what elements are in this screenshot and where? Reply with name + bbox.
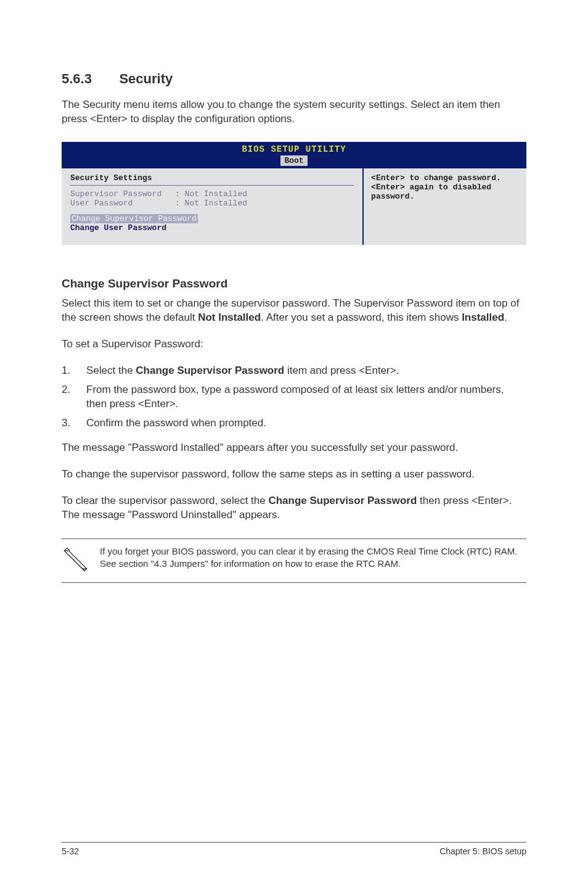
bios-window: BIOS SETUP UTILITY Boot Security Setting… — [62, 142, 526, 245]
bios-section-title: Security Settings — [70, 173, 354, 183]
bios-help-line2: <Enter> again to disabled password. — [371, 183, 519, 201]
step-1: 1. Select the Change Supervisor Password… — [62, 364, 526, 378]
bios-curve-decoration — [62, 265, 526, 271]
step-3: 3. Confirm the password when prompted. — [62, 416, 526, 431]
paragraph-3: The message "Password Installed" appears… — [62, 441, 526, 455]
bold-text: Not Installed — [198, 311, 261, 323]
svg-line-0 — [68, 555, 84, 570]
step-2: 2. From the password box, type a passwor… — [62, 383, 526, 411]
text: Select the — [86, 365, 136, 376]
bios-change-user: Change User Password — [70, 223, 354, 233]
bios-divider — [70, 185, 354, 186]
bios-help-line1: <Enter> to change password. — [371, 173, 519, 183]
page-number: 5-32 — [62, 846, 79, 856]
step-number: 2. — [62, 383, 86, 411]
bold-text: Change Supervisor Password — [268, 495, 417, 506]
text: . After you set a password, this item sh… — [261, 311, 462, 323]
bios-selected-item: Change Supervisor Password — [70, 214, 198, 223]
bios-left-panel: Security Settings Supervisor Password: N… — [62, 168, 364, 245]
bold-text: Change Supervisor Password — [136, 365, 284, 376]
subsection-heading: Change Supervisor Password — [62, 277, 526, 291]
intro-paragraph: The Security menu items allow you to cha… — [62, 98, 526, 126]
text: item and press <Enter>. — [284, 365, 399, 376]
step-number: 1. — [62, 364, 86, 378]
paragraph-1: Select this item to set or change the su… — [62, 297, 526, 325]
bios-row-value: : Not Installed — [175, 189, 247, 199]
step-text: Select the Change Supervisor Password it… — [86, 364, 526, 378]
bios-row-label: User Password — [70, 199, 175, 208]
bios-row-label: Supervisor Password — [70, 189, 175, 199]
bios-row-user: User Password: Not Installed — [70, 199, 354, 208]
note-icon — [62, 545, 89, 575]
chapter-label: Chapter 5: BIOS setup — [439, 846, 526, 856]
bios-body: Security Settings Supervisor Password: N… — [62, 168, 526, 245]
note-text: If you forget your BIOS password, you ca… — [100, 545, 526, 571]
paragraph-5: To clear the supervisor password, select… — [62, 494, 526, 522]
pencil-icon — [62, 545, 89, 572]
step-number: 3. — [62, 416, 86, 431]
section-title: Security — [119, 71, 173, 87]
text: . — [504, 311, 507, 323]
bios-tab-bar: Boot — [62, 154, 526, 168]
bios-tab-boot: Boot — [280, 155, 307, 166]
bios-row-value: : Not Installed — [175, 199, 247, 208]
bios-screenshot: BIOS SETUP UTILITY Boot Security Setting… — [62, 139, 526, 271]
note-block: If you forget your BIOS password, you ca… — [62, 538, 526, 583]
paragraph-4: To change the supervisor password, follo… — [62, 468, 526, 482]
bios-row-supervisor: Supervisor Password: Not Installed — [70, 189, 354, 199]
text: To clear the supervisor password, select… — [62, 495, 268, 506]
section-number: 5.6.3 — [62, 71, 92, 87]
bios-help-panel: <Enter> to change password. <Enter> agai… — [364, 168, 526, 245]
bios-title: BIOS SETUP UTILITY — [62, 142, 526, 154]
paragraph-2: To set a Supervisor Password: — [62, 337, 526, 352]
page-footer: 5-32 Chapter 5: BIOS setup — [62, 842, 526, 856]
step-text: From the password box, type a password c… — [86, 383, 526, 411]
step-text: Confirm the password when prompted. — [86, 416, 526, 431]
steps-list: 1. Select the Change Supervisor Password… — [62, 364, 526, 431]
section-heading: 5.6.3 Security — [62, 71, 526, 87]
bold-text: Installed — [462, 311, 504, 323]
